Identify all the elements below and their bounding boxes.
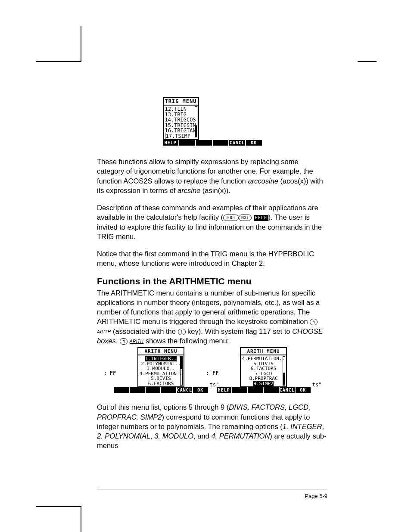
- keylabel-arith: ARITH: [97, 330, 111, 334]
- softkey-blank: [196, 140, 213, 146]
- side-label-ts: ts": [312, 382, 322, 388]
- footer-rule: [97, 489, 327, 489]
- scrollbar: [180, 356, 183, 386]
- arith-menu-screenshots: : FF ts" ARITH MENU 1.INTEGER.. 2.POLYNO…: [114, 347, 311, 393]
- key-leftshift: ↰: [120, 338, 128, 345]
- scrollbar: [283, 356, 285, 386]
- paragraph-2: Description of these commands and exampl…: [97, 203, 327, 241]
- keylabel-arith: ARITH: [130, 339, 144, 344]
- key-nxt: NXT: [239, 215, 252, 221]
- trig-menu-screenshot: TRIG MENU 12.TLIN 13.TRIG 14.TRIGCOS 15.…: [163, 97, 262, 146]
- screen-title: ARITH MENU: [138, 348, 184, 355]
- softkey-row: HELP CANCL OK: [163, 140, 262, 146]
- softkey-help: HELP: [163, 140, 180, 146]
- softkey-blank: [179, 140, 196, 146]
- key-tool: TOOL: [223, 215, 239, 221]
- paragraph-4: The ARITHMETIC menu contains a number of…: [97, 288, 327, 346]
- screen-title: TRIG MENU: [164, 98, 198, 106]
- softkey-blank: [213, 140, 230, 146]
- menu-items: 12.TLIN 13.TRIG 14.TRIGCOS 15.TRIGSIN 16…: [165, 106, 197, 139]
- menu-items: 4.PERMUTATION.. 5.DIVIS 6.FACTORS 7.LGCD…: [242, 356, 285, 386]
- paragraph-3: Notice that the first command in the TRI…: [97, 249, 327, 268]
- side-label-ff: : FF: [104, 370, 116, 376]
- softlabel-help: HELP: [254, 215, 268, 221]
- paragraph-5: Out of this menu list, options 5 through…: [97, 402, 327, 450]
- softkey-cancl: CANCL: [229, 140, 246, 146]
- heading-arithmetic: Functions in the ARITHMETIC menu: [97, 276, 327, 286]
- side-label-ff: : FF: [206, 370, 219, 376]
- key-one: 1: [178, 329, 186, 335]
- screen-title: ARITH MENU: [241, 348, 286, 355]
- softkey-ok: OK: [246, 140, 262, 146]
- scrollbar: [195, 106, 197, 138]
- menu-items: 1.INTEGER.. 2.POLYNOMIAL.. 3.MODULO.. 4.…: [140, 356, 182, 386]
- key-leftshift: ↰: [310, 319, 318, 325]
- softkey-row: HELP CANCL OK: [217, 387, 311, 393]
- page-number: Page 5-9: [97, 493, 327, 499]
- softkey-row: CANCL OK: [114, 387, 208, 393]
- paragraph-1: These functions allow to simplify expres…: [97, 157, 327, 195]
